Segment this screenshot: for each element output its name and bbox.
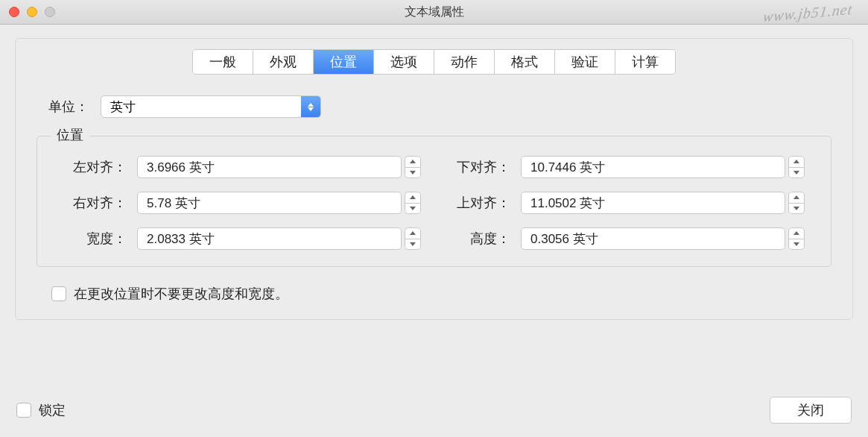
titlebar: 文本域属性: [0, 0, 868, 25]
bottom-label: 下对齐：: [439, 158, 521, 176]
chevron-up-icon[interactable]: [405, 192, 420, 204]
top-label: 上对齐：: [439, 194, 521, 212]
chevron-up-icon[interactable]: [789, 228, 804, 239]
tab-actions[interactable]: 动作: [434, 50, 495, 74]
chevron-up-icon[interactable]: [405, 157, 420, 168]
top-stepper[interactable]: [788, 192, 805, 214]
tab-calculate[interactable]: 计算: [615, 50, 675, 74]
top-input[interactable]: 11.0502 英寸: [521, 192, 785, 214]
bottom-input[interactable]: 10.7446 英寸: [521, 156, 785, 178]
height-stepper[interactable]: [788, 227, 805, 250]
right-input[interactable]: 5.78 英寸: [137, 192, 402, 214]
tab-format[interactable]: 格式: [495, 50, 555, 74]
left-input[interactable]: 3.6966 英寸: [137, 156, 402, 178]
chevron-updown-icon: [301, 96, 320, 117]
unit-label: 单位：: [48, 98, 101, 116]
left-stepper[interactable]: [405, 156, 421, 178]
keep-size-checkbox[interactable]: [51, 286, 66, 301]
tabs: 一般 外观 位置 选项 动作 格式 验证 计算: [192, 49, 676, 75]
tab-general[interactable]: 一般: [193, 50, 253, 74]
chevron-down-icon[interactable]: [789, 204, 804, 214]
chevron-down-icon[interactable]: [789, 239, 804, 250]
chevron-up-icon[interactable]: [789, 157, 804, 168]
chevron-down-icon[interactable]: [789, 168, 804, 178]
tab-appearance[interactable]: 外观: [253, 50, 314, 74]
width-stepper[interactable]: [405, 227, 421, 250]
lock-label: 锁定: [39, 401, 66, 419]
bottom-stepper[interactable]: [788, 156, 805, 178]
chevron-down-icon[interactable]: [405, 168, 420, 178]
left-label: 左对齐：: [55, 158, 137, 176]
tab-options[interactable]: 选项: [374, 50, 434, 74]
main-panel: 一般 外观 位置 选项 动作 格式 验证 计算 单位： 英寸 位置 左对齐： 3…: [15, 38, 853, 320]
unit-value: 英寸: [110, 98, 136, 116]
right-label: 右对齐：: [55, 194, 137, 212]
right-stepper[interactable]: [405, 192, 421, 214]
keep-size-label: 在更改位置时不要更改高度和宽度。: [74, 285, 288, 303]
height-label: 高度：: [439, 230, 521, 248]
position-legend: 位置: [51, 126, 89, 144]
tab-position[interactable]: 位置: [314, 50, 374, 74]
chevron-down-icon[interactable]: [405, 204, 420, 214]
width-input[interactable]: 2.0833 英寸: [137, 227, 402, 250]
unit-select[interactable]: 英寸: [101, 95, 321, 118]
width-label: 宽度：: [55, 230, 137, 248]
chevron-up-icon[interactable]: [405, 228, 420, 239]
height-input[interactable]: 0.3056 英寸: [521, 227, 785, 250]
close-button[interactable]: 关闭: [770, 397, 852, 424]
window-title: 文本域属性: [0, 4, 868, 20]
position-fieldset: 位置 左对齐： 3.6966 英寸 下对齐： 10.7446 英寸 右对齐： 5…: [37, 136, 831, 267]
chevron-down-icon[interactable]: [405, 239, 420, 250]
tab-validation[interactable]: 验证: [555, 50, 615, 74]
chevron-up-icon[interactable]: [789, 192, 804, 204]
lock-checkbox[interactable]: [16, 403, 31, 418]
